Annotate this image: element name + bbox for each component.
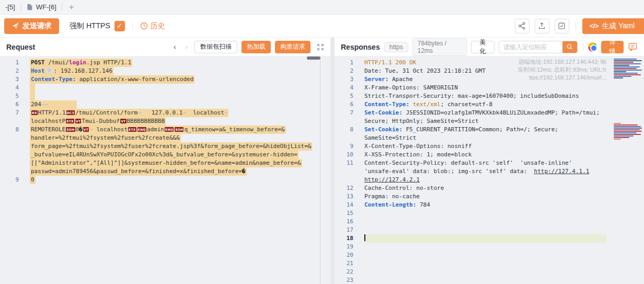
line-number: 21 [335, 259, 353, 268]
share-button[interactable] [515, 19, 530, 33]
detail-button[interactable]: 详情 [601, 41, 624, 53]
beautify-button[interactable]: 美化 [471, 41, 494, 53]
search-button[interactable] [562, 41, 577, 53]
control-char-badge: ENQ [137, 127, 146, 132]
minimap-line [614, 131, 642, 132]
minimap-line [614, 66, 640, 67]
code-line: 90 [0, 176, 330, 184]
code-token: � [79, 126, 83, 133]
force-https-group: 强制 HTTPS ✓ [70, 21, 125, 31]
line-number: 10 [335, 151, 353, 159]
line-number: 22 [335, 268, 353, 276]
code-line: 18 [335, 234, 644, 243]
code-line: 3Content-Type: application/x-www-form-ur… [0, 75, 330, 84]
line-number: 8 [0, 126, 19, 134]
code-icon: </> [590, 22, 599, 30]
tab-5[interactable]: -[5] [0, 0, 20, 14]
line-content: Cache-Control: no-store [364, 184, 444, 192]
code-token: Secure; HttpOnly; SameSite=Strict [364, 118, 479, 124]
generate-yaml-button[interactable]: </> 生成 Yaml [582, 18, 644, 34]
minimap-line [614, 123, 621, 124]
line-content: Host?: 192.168.127.146 [30, 67, 113, 75]
line-content: Strict-Transport-Security: max-age=16070… [364, 92, 579, 100]
code-token: application/x-www-form-urlencoded [76, 76, 193, 83]
request-scrollbar-thumb[interactable] [307, 56, 320, 60]
line-number: 3 [0, 75, 19, 84]
line-number [335, 134, 353, 142]
send-request-button[interactable]: 发送请求 [4, 18, 59, 34]
send-request-label: 发送请求 [22, 21, 52, 31]
line-content: HTTP/1.1 200 OK [364, 59, 416, 67]
line-number: 16 [335, 218, 353, 226]
request-scrollbar-track [320, 56, 320, 284]
line-number: 7 [335, 109, 353, 117]
toolbar: 发送请求 强制 HTTPS ✓ 历史 </> 生成 Yam [0, 15, 644, 38]
history-button[interactable]: 历史 [140, 21, 165, 31]
control-char-badge: DC3 [66, 110, 75, 115]
history-prev-button[interactable]: ‹ [171, 43, 178, 51]
fuzz-highlight [30, 92, 35, 100]
code-line: 16 [335, 218, 644, 226]
code-line: 7Set-Cookie: JSESSIONID=ozlafg1mTMVKXkbk… [335, 109, 644, 117]
fuzz-highlight: 0 [30, 176, 36, 184]
minimap-line [614, 132, 637, 133]
line-number: 19 [335, 243, 353, 251]
fuzz-highlight: _bufvalue=eIL4RUnSwXYoPUIOGcOFx2o00Xc%3d… [30, 151, 298, 159]
tab-wf-6[interactable]: WF-[6] [21, 0, 62, 14]
hot-reload-button[interactable]: 热加载 [242, 41, 271, 53]
code-token: Content-Type: [364, 101, 409, 108]
fuzz-highlight: Host?: 192.168.127.146 [30, 67, 113, 75]
line-content: 204→→ [30, 100, 77, 109]
edit-button[interactable] [555, 19, 569, 33]
force-https-checkbox[interactable]: ✓ [114, 21, 125, 31]
add-tab-button[interactable]: + [62, 2, 81, 13]
request-header-actions: ‹ › 数据包扫描 热加载 构造请求 [171, 41, 324, 53]
code-token: Content-Security-Policy: default-src 'se… [364, 160, 572, 166]
code-line: 'unsafe-eval' data: blob:; img-src 'self… [335, 167, 644, 176]
export-button[interactable] [535, 19, 549, 33]
code-token: localhost [186, 109, 224, 116]
line-number: 23 [335, 276, 353, 284]
code-line: 13Pragma: no-cache [335, 192, 644, 201]
code-token: � [242, 168, 246, 175]
request-panel-header: Request ‹ › 数据包扫描 热加载 构造请求 [0, 38, 330, 56]
chrome-icon[interactable] [588, 42, 597, 52]
clock-icon [140, 22, 148, 30]
line-number: 7 [0, 109, 19, 117]
code-line: 11Content-Security-Policy: default-src '… [335, 159, 644, 167]
comment-icon[interactable] [628, 42, 638, 52]
code-token: ? [47, 68, 52, 74]
code-line: 4 [0, 84, 330, 92]
construct-request-button[interactable]: 构造请求 [275, 41, 310, 53]
code-token: → [182, 109, 186, 116]
fuzz-highlight: handler=%2ftmui%2fsystem%2fuser%2fcreate… [30, 134, 181, 142]
code-token: .jsp HTTP/1.1 [86, 59, 131, 66]
response-search-input[interactable] [499, 43, 562, 51]
code-token: → [89, 126, 93, 133]
code-token: Content-Length: [364, 201, 416, 208]
line-number: 13 [335, 192, 353, 201]
response-panel: Responses https 784bytes / 12ms 美化 详情 [335, 38, 644, 284]
split-resize-handle[interactable] [330, 38, 335, 284]
history-next-button[interactable]: › [183, 43, 190, 51]
code-token: Strict-Transport-Security: max-age=16070… [364, 93, 579, 99]
request-editor[interactable]: 1POST /tmui/login.jsp HTTP/1.12Host?: 19… [0, 56, 330, 284]
line-content: Content-Type: application/x-www-form-url… [30, 75, 194, 84]
line-number: 2 [335, 67, 353, 75]
divider [583, 43, 583, 51]
line-number: 17 [335, 226, 353, 234]
response-header-actions: 美化 详情 [471, 41, 638, 53]
code-token: BBBBBBBBBBB [127, 118, 165, 124]
line-number: 4 [0, 84, 19, 92]
fuzz-highlight: RSHTTP/1.1DC3/tmui/Control/form→ 127.0.0… [30, 109, 228, 117]
generate-yaml-label: 生成 Yaml [602, 21, 635, 31]
window-tab-bar: -[5] WF-[6] + [0, 0, 644, 15]
code-line: 15 [335, 209, 644, 218]
toolbar-right: </> 生成 Yaml [515, 18, 640, 34]
code-line: 17 [335, 226, 644, 234]
response-editor[interactable]: 远端地址:192.168.127.146:443; 响 应时间:12ms; 总耗… [335, 56, 644, 284]
fullscreen-icon[interactable] [317, 43, 324, 51]
control-char-badge: SOH [66, 127, 75, 132]
packet-scan-button[interactable]: 数据包扫描 [194, 41, 237, 53]
minimap[interactable] [612, 56, 644, 284]
